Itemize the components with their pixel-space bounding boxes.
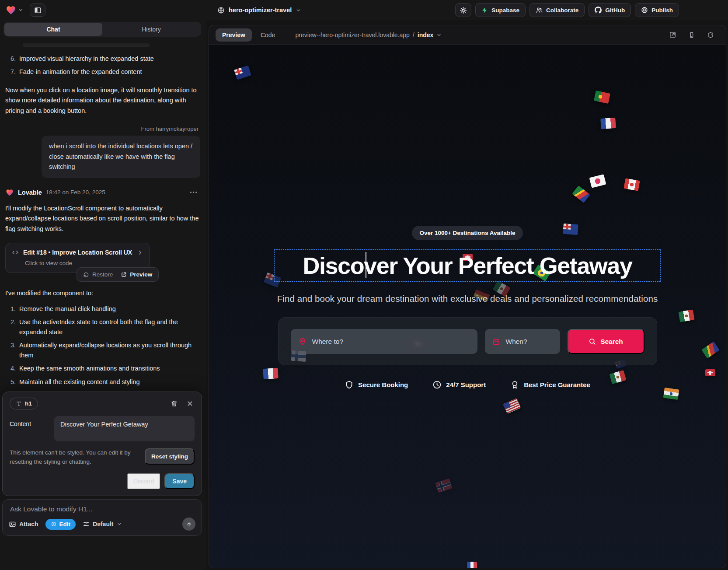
map-pin-icon bbox=[298, 337, 307, 346]
preview-toolbar: Preview Code preview--hero-optimizer-tra… bbox=[209, 25, 726, 45]
edit-mode-button[interactable]: Edit bbox=[45, 519, 76, 530]
chat-history-tabs: Chat History bbox=[3, 22, 201, 37]
assistant-header: Lovable 18:42 on Feb 20, 2025 bbox=[5, 188, 199, 197]
text-caret bbox=[366, 252, 366, 278]
supabase-button[interactable]: Supabase bbox=[475, 3, 526, 17]
feature-best-price: Best Price Guarantee bbox=[510, 380, 590, 389]
assistant-name: Lovable bbox=[18, 189, 42, 196]
list-item: 5. Maintain all the existing content and… bbox=[4, 375, 200, 388]
chevron-right-icon bbox=[137, 249, 143, 256]
close-icon[interactable] bbox=[186, 400, 194, 407]
chevron-down-icon bbox=[117, 521, 122, 527]
github-button[interactable]: GitHub bbox=[589, 3, 631, 17]
chevron-down-icon bbox=[296, 7, 301, 13]
award-icon bbox=[510, 380, 519, 389]
page-viewport: Over 1000+ Destinations Available Discov… bbox=[209, 45, 726, 568]
assistant-paragraph: Now when you click on a location image, … bbox=[5, 85, 199, 116]
mode-selector[interactable]: Default bbox=[83, 521, 122, 528]
url-separator: / bbox=[413, 31, 415, 38]
attach-button[interactable]: Attach bbox=[9, 521, 38, 528]
feature-badges: Secure Booking 24/7 Support Best Price G… bbox=[345, 380, 590, 389]
external-link-icon bbox=[121, 272, 127, 278]
project-switcher[interactable]: hero-optimizer-travel bbox=[217, 0, 301, 20]
list-item: 2. Use the activeIndex state to control … bbox=[4, 315, 200, 339]
settings-button[interactable] bbox=[455, 3, 471, 17]
lovable-logo-menu[interactable] bbox=[5, 4, 23, 16]
content-label: Content bbox=[10, 416, 54, 441]
chat-input[interactable]: Ask Lovable to modify H1... bbox=[9, 505, 195, 513]
globe-icon bbox=[641, 7, 648, 14]
refresh-icon[interactable] bbox=[707, 31, 714, 38]
destinations-badge: Over 1000+ Destinations Available bbox=[412, 226, 522, 240]
styling-note: This element can't be styled. You can ed… bbox=[10, 448, 144, 467]
hero-subtitle: Find and book your dream destination wit… bbox=[277, 294, 658, 304]
save-button[interactable]: Save bbox=[164, 473, 195, 489]
preview-url[interactable]: preview--hero-optimizer-travel.lovable.a… bbox=[295, 31, 442, 38]
version-actions: Restore Preview bbox=[77, 267, 159, 282]
assistant-paragraph: I've modified the component to: bbox=[5, 288, 199, 298]
type-icon bbox=[16, 401, 22, 407]
top-fade bbox=[0, 37, 206, 45]
hero-headline[interactable]: Discover Your Perfect Getaway bbox=[303, 252, 632, 279]
tab-chat[interactable]: Chat bbox=[4, 23, 102, 36]
assistant-paragraph: I'll modify the LocationScroll component… bbox=[5, 203, 199, 234]
sidebar-toggle-button[interactable] bbox=[30, 3, 45, 17]
assistant-list-top: 6. Improved visual hierarchy in the expa… bbox=[4, 52, 200, 79]
panel-left-icon bbox=[34, 7, 42, 14]
publish-button[interactable]: Publish bbox=[635, 3, 679, 17]
arrow-up-icon bbox=[186, 521, 192, 528]
trash-icon[interactable] bbox=[171, 400, 178, 407]
user-attribution: From harrymckayroper bbox=[6, 126, 199, 132]
where-input[interactable]: Where to? bbox=[291, 329, 477, 354]
gear-icon bbox=[460, 7, 467, 14]
assistant-list-steps: 1. Remove the manual click handling 2. U… bbox=[4, 302, 200, 388]
message-timestamp: 18:42 on Feb 20, 2025 bbox=[46, 189, 105, 196]
list-item: 4. Keep the same smooth animations and t… bbox=[4, 362, 200, 375]
list-item: 6. Improved visual hierarchy in the expa… bbox=[4, 52, 200, 65]
discard-button[interactable]: Discard bbox=[127, 473, 160, 489]
collaborate-button[interactable]: Collaborate bbox=[529, 3, 585, 17]
mobile-view-icon[interactable] bbox=[688, 31, 695, 38]
more-options-icon[interactable] bbox=[190, 192, 197, 193]
hero-section: Over 1000+ Destinations Available Discov… bbox=[209, 45, 726, 568]
feature-support: 24/7 Support bbox=[432, 380, 486, 389]
search-card: Where to? When? Search bbox=[278, 317, 657, 365]
search-icon bbox=[589, 338, 596, 345]
clock-icon bbox=[432, 380, 442, 389]
tab-preview[interactable]: Preview bbox=[216, 28, 252, 42]
tab-code[interactable]: Code bbox=[256, 28, 279, 42]
open-in-new-tab-icon[interactable] bbox=[669, 31, 676, 38]
supabase-bolt-icon bbox=[481, 7, 488, 14]
element-tag-pill: h1 bbox=[10, 398, 38, 409]
when-input[interactable]: When? bbox=[485, 329, 560, 354]
edit-card-title: Edit #18 • Improve Location Scroll UX bbox=[23, 249, 132, 256]
calendar-icon bbox=[492, 338, 500, 346]
shield-icon bbox=[345, 380, 354, 389]
user-message: when i scroll into the individual locati… bbox=[42, 136, 200, 178]
restore-icon bbox=[83, 272, 89, 278]
search-button[interactable]: Search bbox=[568, 329, 644, 354]
chat-panel: Chat History 6. Improved visual hierarch… bbox=[0, 20, 206, 570]
github-icon bbox=[595, 7, 602, 14]
tab-history[interactable]: History bbox=[102, 23, 200, 36]
target-icon bbox=[51, 521, 57, 527]
preview-version-button[interactable]: Preview bbox=[121, 271, 152, 278]
chevron-down-icon bbox=[436, 32, 442, 38]
project-name: hero-optimizer-travel bbox=[229, 7, 292, 14]
list-item: 7. Fade-in animation for the expanded co… bbox=[4, 65, 200, 78]
reset-styling-button[interactable]: Reset styling bbox=[145, 448, 195, 465]
code-icon bbox=[12, 249, 19, 256]
feature-secure-booking: Secure Booking bbox=[345, 380, 408, 389]
composer: Ask Lovable to modify H1... Attach Edit … bbox=[2, 499, 202, 536]
sliders-icon bbox=[83, 521, 90, 528]
content-textarea[interactable]: Discover Your Perfect Getaway bbox=[54, 416, 195, 441]
chevron-down-icon bbox=[18, 7, 23, 13]
globe-icon bbox=[217, 7, 225, 14]
topbar: hero-optimizer-travel Supabase Collabora… bbox=[0, 0, 728, 20]
lovable-heart-icon bbox=[5, 188, 14, 197]
list-item: 3. Automatically expand/collapse locatio… bbox=[4, 339, 200, 362]
send-button[interactable] bbox=[182, 518, 195, 531]
restore-button[interactable]: Restore bbox=[83, 271, 113, 278]
lovable-heart-icon bbox=[5, 4, 17, 16]
chat-messages[interactable]: 6. Improved visual hierarchy in the expa… bbox=[0, 37, 206, 389]
